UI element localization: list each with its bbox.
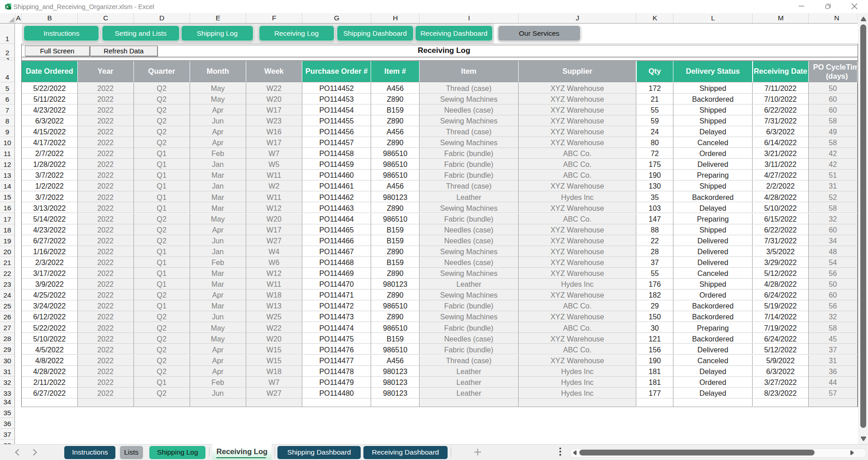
svg-text:X: X	[6, 5, 9, 9]
